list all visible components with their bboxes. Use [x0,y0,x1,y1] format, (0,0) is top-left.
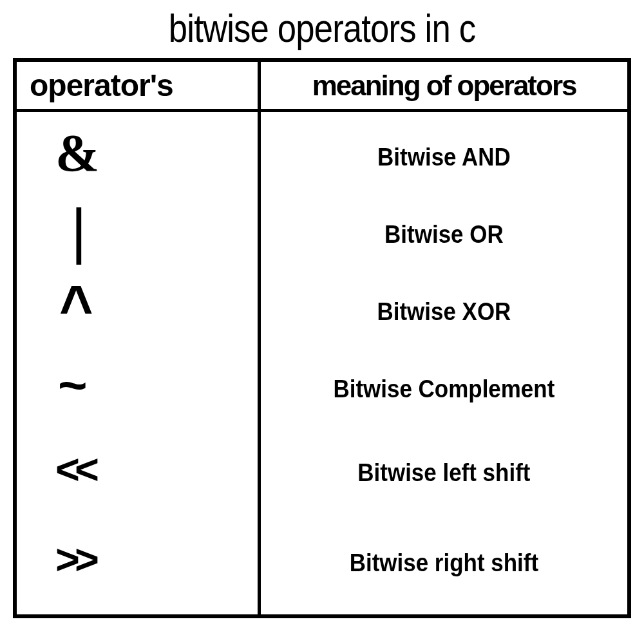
op-or: | [55,192,258,269]
op-right-shift: >> [55,514,258,604]
table-body: & | ^ ~ << >> Bitwise AND Bitwise OR Bit… [17,112,627,614]
meaning-or: Bitwise OR [276,196,612,273]
op-xor: ^ [55,265,258,350]
meaning-xor: Bitwise XOR [276,273,612,350]
operators-table: operator's meaning of operators & | ^ ~ … [13,58,631,618]
meanings-column: Bitwise AND Bitwise OR Bitwise XOR Bitwi… [261,112,627,614]
meaning-and: Bitwise AND [276,118,612,196]
table-header: operator's meaning of operators [17,62,627,112]
op-complement: ~ [55,346,258,424]
op-left-shift: << [55,424,258,514]
op-and: & [55,115,258,192]
operators-column: & | ^ ~ << >> [17,112,261,614]
page-title: bitwise operators in c [48,0,596,51]
header-operators: operator's [17,62,261,109]
meaning-complement: Bitwise Complement [276,350,612,428]
meaning-left-shift: Bitwise left shift [276,428,612,518]
meaning-right-shift: Bitwise right shift [276,518,612,608]
header-meaning: meaning of operators [261,62,627,109]
